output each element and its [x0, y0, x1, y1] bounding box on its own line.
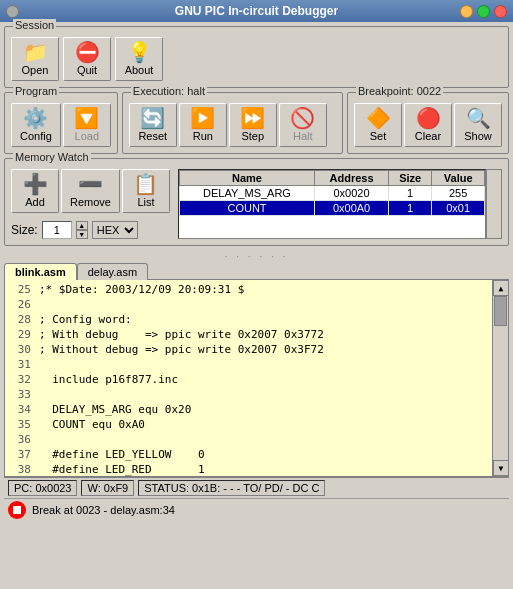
- line-content: #define LED_RED 1: [39, 463, 205, 476]
- bulb-icon: 💡: [127, 42, 152, 62]
- step-label: Step: [241, 130, 264, 142]
- break-bar: ⏹ Break at 0023 - delay.asm:34: [4, 498, 509, 521]
- code-line: 35 COUNT equ 0xA0: [9, 417, 488, 432]
- code-scrollbar[interactable]: ▲ ▼: [492, 280, 508, 476]
- memory-cell-size: 1: [389, 186, 432, 201]
- memory-table-wrap: Name Address Size Value DELAY_MS_ARG0x00…: [178, 169, 486, 239]
- halt-icon: 🚫: [290, 108, 315, 128]
- memory-cell-address: 0x00A0: [315, 201, 389, 216]
- stop-icon: ⛔: [75, 42, 100, 62]
- w-status: W: 0xF9: [81, 480, 134, 496]
- code-line: 30; Without debug => ppic write 0x2007 0…: [9, 342, 488, 357]
- line-number: 33: [9, 388, 39, 401]
- col-size: Size: [389, 171, 432, 186]
- show-button[interactable]: 🔍 Show: [454, 103, 502, 147]
- line-number: 34: [9, 403, 39, 416]
- config-label: Config: [20, 130, 52, 142]
- open-label: Open: [22, 64, 49, 76]
- set-icon: 🔶: [366, 108, 391, 128]
- config-icon: ⚙️: [23, 108, 48, 128]
- size-input[interactable]: [42, 221, 72, 239]
- code-line: 38 #define LED_RED 1: [9, 462, 488, 476]
- load-icon: 🔽: [74, 108, 99, 128]
- add-label: Add: [25, 196, 45, 208]
- set-button[interactable]: 🔶 Set: [354, 103, 402, 147]
- run-label: Run: [193, 130, 213, 142]
- line-number: 30: [9, 343, 39, 356]
- execution-group: Execution: halt 🔄 Reset ▶️ Run ⏩ Step 🚫 …: [122, 92, 343, 154]
- load-button[interactable]: 🔽 Load: [63, 103, 111, 147]
- title-bar: GNU PIC In-circuit Debugger: [0, 0, 513, 22]
- load-label: Load: [75, 130, 99, 142]
- memory-scrollbar[interactable]: [486, 169, 502, 239]
- line-content: include p16f877.inc: [39, 373, 178, 386]
- about-button[interactable]: 💡 About: [115, 37, 163, 81]
- window-icon: [6, 5, 19, 18]
- about-label: About: [125, 64, 154, 76]
- line-content: #define LED_YELLOW 0: [39, 448, 205, 461]
- open-button[interactable]: 📁 Open: [11, 37, 59, 81]
- line-number: 32: [9, 373, 39, 386]
- col-name: Name: [179, 171, 314, 186]
- show-label: Show: [464, 130, 492, 142]
- tab-blink-asm[interactable]: blink.asm: [4, 263, 77, 280]
- line-number: 31: [9, 358, 39, 371]
- code-line: 37 #define LED_YELLOW 0: [9, 447, 488, 462]
- scroll-thumb[interactable]: [494, 296, 507, 326]
- memory-table-row[interactable]: COUNT0x00A010x01: [179, 201, 484, 216]
- halt-label: Halt: [293, 130, 313, 142]
- memory-cell-address: 0x0020: [315, 186, 389, 201]
- clear-button[interactable]: 🔴 Clear: [404, 103, 452, 147]
- program-label: Program: [13, 85, 59, 97]
- dots-separator: · · · · · ·: [4, 250, 509, 263]
- memory-table-row[interactable]: DELAY_MS_ARG0x00201255: [179, 186, 484, 201]
- reset-label: Reset: [138, 130, 167, 142]
- remove-button[interactable]: ➖ Remove: [61, 169, 120, 213]
- quit-button[interactable]: ⛔ Quit: [63, 37, 111, 81]
- list-button[interactable]: 📋 List: [122, 169, 170, 213]
- tab-delay-asm[interactable]: delay.asm: [77, 263, 148, 280]
- reset-button[interactable]: 🔄 Reset: [129, 103, 177, 147]
- halt-button[interactable]: 🚫 Halt: [279, 103, 327, 147]
- set-label: Set: [370, 130, 387, 142]
- status-register: STATUS: 0x1B: - - - TO/ PD/ - DC C: [138, 480, 325, 496]
- step-button[interactable]: ⏩ Step: [229, 103, 277, 147]
- format-select[interactable]: HEX DEC BIN: [92, 221, 138, 239]
- memory-watch-group: Memory Watch ➕ Add ➖ Remove 📋 List: [4, 158, 509, 246]
- memory-cell-value: 0x01: [432, 201, 485, 216]
- line-number: 29: [9, 328, 39, 341]
- maximize-button[interactable]: [477, 5, 490, 18]
- scroll-up-arrow[interactable]: ▲: [493, 280, 509, 296]
- line-number: 36: [9, 433, 39, 446]
- code-line: 26: [9, 297, 488, 312]
- break-message: Break at 0023 - delay.asm:34: [32, 504, 175, 516]
- col-value: Value: [432, 171, 485, 186]
- line-number: 35: [9, 418, 39, 431]
- stop-icon: ⏹: [8, 501, 26, 519]
- window-title: GNU PIC In-circuit Debugger: [175, 4, 338, 18]
- scroll-track[interactable]: [493, 296, 508, 460]
- run-icon: ▶️: [190, 108, 215, 128]
- run-button[interactable]: ▶️ Run: [179, 103, 227, 147]
- add-button[interactable]: ➕ Add: [11, 169, 59, 213]
- minimize-button[interactable]: [460, 5, 473, 18]
- line-content: COUNT equ 0xA0: [39, 418, 145, 431]
- spin-down[interactable]: ▼: [76, 230, 88, 239]
- size-spinner[interactable]: ▲ ▼: [76, 221, 88, 239]
- tab-blink-asm-label: blink.asm: [15, 266, 66, 278]
- quit-label: Quit: [77, 64, 97, 76]
- memory-cell-name: COUNT: [179, 201, 314, 216]
- spin-up[interactable]: ▲: [76, 221, 88, 230]
- close-button[interactable]: [494, 5, 507, 18]
- code-line: 28; Config word:: [9, 312, 488, 327]
- memory-watch-label: Memory Watch: [13, 151, 91, 163]
- scroll-down-arrow[interactable]: ▼: [493, 460, 509, 476]
- code-line: 34 DELAY_MS_ARG equ 0x20: [9, 402, 488, 417]
- code-line: 31: [9, 357, 488, 372]
- code-line: 25;* $Date: 2003/12/09 20:09:31 $: [9, 282, 488, 297]
- config-button[interactable]: ⚙️ Config: [11, 103, 61, 147]
- line-content: DELAY_MS_ARG equ 0x20: [39, 403, 191, 416]
- execution-label: Execution: halt: [131, 85, 207, 97]
- line-number: 37: [9, 448, 39, 461]
- line-content: ; Without debug => ppic write 0x2007 0x3…: [39, 343, 324, 356]
